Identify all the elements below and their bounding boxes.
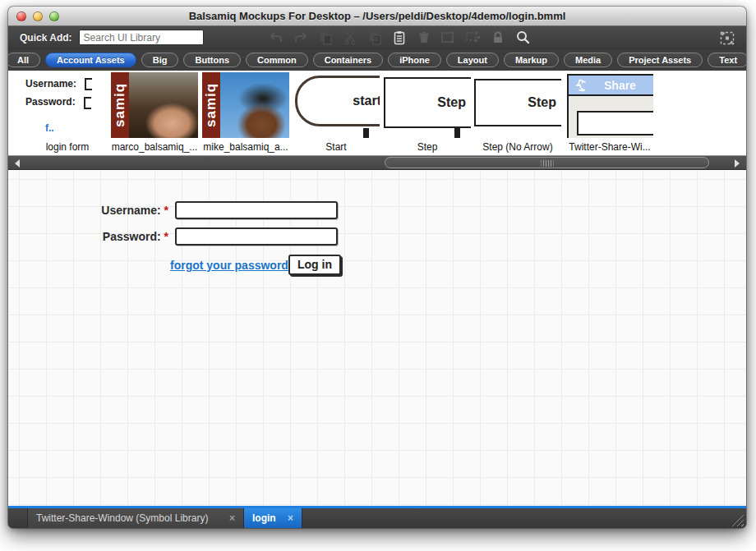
thumb-link-fragment: f.. — [45, 122, 111, 134]
required-marker: * — [164, 204, 168, 217]
library-item-start[interactable]: start Start — [293, 72, 380, 153]
password-input[interactable] — [175, 227, 338, 246]
thumb-input-bracket — [85, 78, 92, 90]
group-icon[interactable] — [440, 29, 458, 47]
ui-library-strip: Username: Password: f.. login form samiq… — [8, 71, 746, 156]
balsamiq-banner-text: samiq — [111, 72, 129, 138]
step-shape-thumbnail: Step — [384, 72, 471, 138]
mockup-canvas[interactable]: Username: * Password: * forgot your pass… — [8, 170, 746, 506]
twitter-titlebar: Share — [569, 76, 653, 96]
category-tab-text[interactable]: Text — [708, 53, 746, 67]
category-tab-all[interactable]: All — [8, 53, 40, 67]
twitter-bird-icon — [574, 79, 591, 92]
marco-face-image — [129, 72, 198, 138]
scrollbar-thumb[interactable] — [385, 157, 709, 168]
document-tab-bar: Twitter-Share-Window (Symbol Library) × … — [8, 506, 746, 528]
connector-stub — [363, 128, 369, 138]
start-shape: start — [295, 76, 380, 126]
tab-login[interactable]: login × — [244, 508, 302, 528]
category-tab-buttons[interactable]: Buttons — [183, 53, 241, 67]
category-tab-markup[interactable]: Markup — [504, 53, 559, 67]
cut-icon[interactable] — [341, 29, 359, 47]
thumb-username-label: Username: — [25, 78, 76, 90]
search-input[interactable] — [79, 30, 204, 45]
mike-photo-thumbnail: samiq — [202, 72, 289, 138]
password-row: Password: * — [8, 227, 746, 247]
username-input[interactable] — [175, 201, 338, 219]
library-item-label: Step (No Arrow) — [474, 141, 561, 153]
main-toolbar: Quick Add: — [8, 26, 746, 49]
zoom-icon[interactable] — [514, 29, 532, 47]
mockup-username-label: Username: — [101, 204, 160, 217]
required-marker: * — [164, 230, 168, 243]
scroll-right-arrow-icon[interactable] — [735, 159, 740, 168]
library-item-marco-photo[interactable]: samiq marco_balsamiq_... — [111, 72, 198, 153]
tab-twitter-share-window[interactable]: Twitter-Share-Window (Symbol Library) × — [27, 508, 244, 528]
library-item-step[interactable]: Step Step — [384, 72, 471, 153]
category-tab-project-assets[interactable]: Project Assets — [617, 53, 703, 67]
category-tab-row: All Account Assets Big Buttons Common Co… — [8, 49, 746, 71]
tab-label: login — [252, 512, 276, 524]
twitter-title-text: Share — [604, 79, 636, 92]
trash-icon[interactable] — [415, 29, 433, 47]
twitter-body-field — [577, 111, 653, 135]
library-item-step-no-arrow[interactable]: Step Step (No Arrow) — [474, 72, 561, 153]
ungroup-icon[interactable] — [464, 29, 482, 47]
forgot-password-link[interactable]: forgot your password? — [170, 259, 295, 272]
close-tab-icon[interactable]: × — [288, 512, 293, 524]
library-item-label: mike_balsamiq_a... — [202, 141, 289, 153]
library-item-label: login form — [24, 141, 111, 153]
thumb-input-bracket — [84, 97, 91, 109]
library-horizontal-scrollbar[interactable] — [8, 156, 746, 170]
scrollbar-grip-icon — [541, 160, 553, 167]
start-shape-thumbnail: start — [293, 72, 380, 138]
thumb-password-label: Password: — [25, 96, 76, 108]
library-item-twitter-share[interactable]: Share Twitter-Share-Wi... — [566, 72, 653, 153]
library-item-mike-photo[interactable]: samiq mike_balsamiq_a... — [202, 72, 289, 153]
fullscreen-icon[interactable] — [718, 30, 736, 46]
mike-face-image — [220, 72, 289, 138]
step-shape: Step — [474, 79, 561, 126]
tab-label: Twitter-Share-Window (Symbol Library) — [36, 512, 208, 524]
category-tab-iphone[interactable]: iPhone — [388, 53, 441, 67]
title-bar[interactable]: Balsamiq Mockups For Desktop – /Users/pe… — [8, 7, 746, 26]
username-row: Username: * — [8, 201, 746, 221]
twitter-share-thumbnail: Share — [566, 72, 653, 138]
category-tab-containers[interactable]: Containers — [313, 53, 383, 67]
scroll-left-arrow-icon[interactable] — [15, 159, 20, 168]
library-item-label: Step — [384, 141, 471, 153]
close-tab-icon[interactable]: × — [229, 512, 235, 524]
category-tab-layout[interactable]: Layout — [446, 53, 499, 67]
category-tab-account-assets[interactable]: Account Assets — [45, 53, 136, 67]
library-item-label: Start — [293, 141, 380, 153]
category-tab-big[interactable]: Big — [141, 53, 179, 67]
library-item-label: marco_balsamiq_... — [111, 141, 198, 153]
marco-photo-thumbnail: samiq — [111, 72, 198, 138]
library-item-label: Twitter-Share-Wi... — [566, 141, 653, 153]
redo-icon[interactable] — [292, 29, 310, 47]
login-form-thumbnail: Username: Password: f.. — [24, 72, 111, 138]
paste-icon[interactable] — [366, 29, 384, 47]
category-tab-media[interactable]: Media — [564, 53, 612, 67]
clipboard-icon[interactable] — [390, 29, 408, 47]
toolbar-icons — [267, 29, 532, 47]
lock-icon[interactable] — [489, 29, 507, 47]
balsamiq-banner-text: samiq — [202, 72, 220, 138]
app-window: Balsamiq Mockups For Desktop – /Users/pe… — [8, 7, 746, 528]
login-button[interactable]: Log in — [288, 255, 341, 275]
library-item-login-form[interactable]: Username: Password: f.. login form — [24, 72, 111, 153]
step-no-arrow-thumbnail: Step — [474, 72, 561, 138]
quick-add-label: Quick Add: — [20, 32, 72, 44]
step-shape: Step — [384, 77, 471, 128]
mockup-password-label: Password: — [103, 230, 161, 243]
category-tab-common[interactable]: Common — [246, 53, 308, 67]
twitter-share-window: Share — [567, 74, 653, 138]
undo-icon[interactable] — [267, 29, 285, 47]
connector-stub — [454, 128, 460, 138]
window-title: Balsamiq Mockups For Desktop – /Users/pe… — [8, 10, 746, 22]
resize-grip[interactable] — [731, 514, 744, 526]
copy-icon[interactable] — [316, 29, 334, 47]
